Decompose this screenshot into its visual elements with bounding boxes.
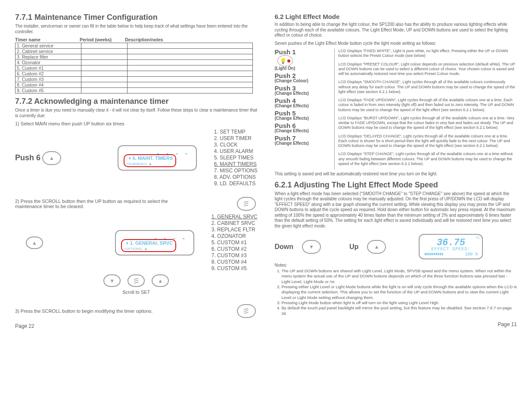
scroll-icon xyxy=(134,277,139,284)
page-number-right: Page 11 xyxy=(275,321,517,327)
push-label: Push 1💡(Light On) xyxy=(275,49,331,71)
list-item: Pressing Light Mode button when light is… xyxy=(282,300,517,305)
heading-772: 7.7.2 Acknowledging a maintenance timer xyxy=(15,97,258,106)
list-item: 9. LD. DEFAULTS xyxy=(214,181,258,187)
push-description: LCD Displays "STEP CHANGE", Light cycles… xyxy=(339,152,517,166)
push-description: LCD Displays "FIXED WHITE", Light is pur… xyxy=(339,49,517,59)
scroll-button-3[interactable] xyxy=(237,304,256,318)
arrow-up-icon xyxy=(49,155,54,161)
notes-list: The UP and DOWN buttons are shared with … xyxy=(275,268,517,316)
push-6-label: Push 6 xyxy=(15,153,40,162)
table-row: 3. Replace filter xyxy=(16,54,253,60)
list-item: By default the touch pad panel backlight… xyxy=(282,305,517,316)
push-description: LCD Displays "BURST UP/DOWN", Light cycl… xyxy=(339,116,517,131)
table-row: 4. Ozonator xyxy=(16,60,253,65)
up-button-2[interactable] xyxy=(26,237,43,249)
list-item: 3. CLOCK xyxy=(214,142,258,148)
main-menu-list: 1. SET TEMP2. USER TIMER3. CLOCK4. USER … xyxy=(214,129,258,187)
list-item: 2. CABINET SRVC xyxy=(212,220,258,227)
list-item: 8. CUSTOM #4 xyxy=(212,259,258,265)
table-row: 2. Cabinet service xyxy=(16,49,253,54)
p-621: When a light effect mode has been select… xyxy=(275,191,517,229)
page-number-left: Page 22 xyxy=(15,323,258,329)
list-item: Pressing either Light Level or Light Mod… xyxy=(282,284,517,300)
list-item: 4. USER ALARM xyxy=(214,148,258,155)
push-description: LCD Displays "DELAYED CHANGE", Light cyc… xyxy=(339,134,517,149)
list-item: 5. CUSTOM #1 xyxy=(212,240,258,246)
push-label: Push 6(Change Effects) xyxy=(275,122,331,133)
arrow-down-icon xyxy=(309,244,314,250)
list-item: 7. CUSTOM #3 xyxy=(212,252,258,259)
list-item: The UP and DOWN buttons are shared with … xyxy=(282,268,517,284)
list-item: 6. CUSTOM #2 xyxy=(212,246,258,252)
push-label: Push 2(Change Colour) xyxy=(275,72,331,83)
bulb-icon: 💡 xyxy=(277,55,293,66)
push-label: Push 7(Change Effects) xyxy=(275,135,331,146)
up-button-3[interactable] xyxy=(152,274,169,287)
heading-771: 7.7.1 Maintenance Timer Configuration xyxy=(15,13,258,22)
arrow-up-icon xyxy=(158,278,163,284)
table-row: 9. Custom #5 xyxy=(16,88,253,93)
left-page: 7.7.1 Maintenance Timer Configuration Th… xyxy=(15,13,258,329)
list-item: 8. ADV. OPTIONS xyxy=(214,174,258,181)
list-item: 3. REPLACE FLTR xyxy=(212,227,258,233)
push-label-column: Push 1💡(Light On)Push 2(Change Colour)Pu… xyxy=(275,49,331,170)
submenu-list: 1. GENERAL SRVC2. CABINET SRVC3. REPLACE… xyxy=(212,214,258,272)
lcd-effect-speed: °C 36.75 EFFECT SPEED: ▮▮▮▮▮▮▮▮▮▮ 100 % xyxy=(419,234,483,259)
heading-621: 6.2.1 Adjusting The Light Effect Mode Sp… xyxy=(275,181,517,190)
table-row: 5. Custom #1 xyxy=(16,65,253,71)
table-header: Timer name Period (weeks) Description/no… xyxy=(15,37,258,42)
push-label: Push 5(Change Effects) xyxy=(275,110,331,121)
step-1: 1) Select MAIN menu then push UP button … xyxy=(15,121,258,126)
lcd-display-2: - - - - ▼1. GENERAL SRVC(OPTIONS) ▲ xyxy=(115,230,194,255)
down-label: Down xyxy=(275,243,294,251)
table-row: 8. Custom #4 xyxy=(16,82,253,88)
down-button-2[interactable] xyxy=(302,240,321,254)
table-row: 1. General service xyxy=(16,43,253,49)
intro-62: In addition to being able to change the … xyxy=(275,22,517,38)
list-item: 9. CUSTOM #5 xyxy=(212,265,258,272)
scroll-button[interactable] xyxy=(237,197,256,211)
intro-771: The installer, serviceman or owner can f… xyxy=(15,24,258,34)
timer-table: 1. General service2. Cabinet service3. R… xyxy=(15,43,253,93)
up-button[interactable] xyxy=(42,151,61,165)
up-label: Up xyxy=(349,243,358,251)
push-desc-column: LCD Displays "FIXED WHITE", Light is pur… xyxy=(339,49,517,170)
setting-saved: This setting is saved and will be automa… xyxy=(275,171,517,177)
seven-pushes: Seven pushes of the Light Effect Mode bu… xyxy=(275,41,517,47)
heading-62: 6.2 Light Effect Mode xyxy=(275,13,517,20)
down-button[interactable] xyxy=(103,274,121,287)
push-description: LCD Displays "FADE UP/DOWN", Light cycle… xyxy=(339,98,517,112)
push-description: LCD Displays "PRESET COLOUR", Light colo… xyxy=(339,62,517,77)
scroll-icon xyxy=(243,308,249,314)
push-description: LCD Displays "SMOOTH CHANGE", Light cycl… xyxy=(339,80,517,94)
notes-heading: Notes: xyxy=(275,263,517,268)
list-item: 6. MAINT TIMERS xyxy=(214,161,258,168)
lcd-display-1: - - - - ▼6. MAINT. TIMERS(SUBMENU) ▲ xyxy=(118,145,197,171)
right-page: 6.2 Light Effect Mode In addition to bei… xyxy=(275,13,517,329)
intro-772: Once a timer is due you need to manually… xyxy=(15,108,258,118)
step-3: 3) Press the SCROLL button to begin modi… xyxy=(15,308,187,314)
arrow-down-icon xyxy=(109,278,115,284)
up-button-4[interactable] xyxy=(367,240,386,254)
step-2: 2) Press the SCROLL button then the UP b… xyxy=(15,199,179,209)
scroll-icon xyxy=(243,200,249,207)
push-label: Push 4(Change Effects) xyxy=(275,97,331,108)
list-item: 2. USER TIMER xyxy=(214,135,258,142)
push-label: Push 3(Change Effects) xyxy=(275,85,331,96)
list-item: 1. SET TEMP xyxy=(214,129,258,135)
arrow-up-icon xyxy=(374,244,379,250)
list-item: 4. OZONATOR xyxy=(212,233,258,240)
scroll-to-set-label: Scroll to SET xyxy=(122,290,150,295)
list-item: 7. MISC OPTIONS xyxy=(214,168,258,174)
arrow-up-icon xyxy=(32,240,37,246)
table-row: 6. Custom #2 xyxy=(16,71,253,77)
list-item: 1. GENERAL SRVC xyxy=(212,214,258,220)
scroll-button-2[interactable] xyxy=(128,274,145,287)
list-item: 5. SLEEP TIMES xyxy=(214,155,258,161)
table-row: 7. Custom #3 xyxy=(16,77,253,82)
